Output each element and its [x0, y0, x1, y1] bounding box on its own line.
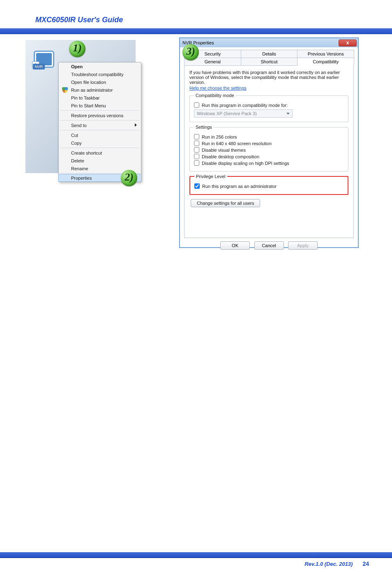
menu-divider	[60, 148, 140, 148]
tab-compatibility[interactable]: Compatibility	[297, 58, 354, 66]
footer-revision: Rev.1.0 (Dec. 2013)	[304, 561, 353, 567]
menu-pin-to-taskbar[interactable]: Pin to Taskbar	[59, 94, 141, 102]
menu-send-to-label: Send to	[71, 123, 87, 128]
setting-640x480[interactable]: Run in 640 x 480 screen resolution	[194, 141, 344, 146]
shield-icon	[62, 87, 68, 93]
compat-mode-combo[interactable]: Windows XP (Service Pack 3)	[194, 109, 293, 118]
settings-legend: Settings	[194, 125, 214, 130]
cancel-button[interactable]: Cancel	[254, 241, 284, 250]
setting-disable-desktop-composition[interactable]: Disable desktop composition	[194, 154, 344, 159]
setting-disable-desktop-composition-checkbox[interactable]	[194, 154, 199, 159]
setting-640x480-checkbox[interactable]	[194, 141, 199, 146]
menu-cut[interactable]: Cut	[59, 131, 141, 139]
dialog-body: Security Details Previous Versions Gener…	[180, 47, 358, 247]
setting-disable-themes[interactable]: Disable visual themes	[194, 147, 344, 153]
compat-mode-checkbox-label: Run this program in compatibility mode f…	[202, 103, 288, 108]
setting-disable-dpi-scaling[interactable]: Disable display scaling on high DPI sett…	[194, 160, 344, 166]
callout-1: 1	[69, 41, 85, 57]
compatibility-mode-group: Compatibility mode Run this program in c…	[189, 93, 348, 122]
callout-3: 3	[182, 44, 199, 60]
setting-disable-dpi-scaling-label: Disable display scaling on high DPI sett…	[202, 161, 289, 166]
help-me-choose-link[interactable]: Help me choose the settings	[189, 86, 348, 90]
footer-page-number: 24	[362, 560, 369, 567]
menu-divider	[60, 110, 140, 111]
privilege-level-group: Privilege Level Run this program as an a…	[189, 174, 348, 195]
apply-button[interactable]: Apply	[288, 241, 318, 250]
ok-button[interactable]: OK	[220, 241, 250, 250]
menu-troubleshoot-compatibility[interactable]: Troubleshoot compatibility	[59, 70, 141, 78]
compat-mode-checkbox-row[interactable]: Run this program in compatibility mode f…	[194, 102, 344, 108]
settings-group: Settings Run in 256 colors Run in 640 x …	[189, 125, 348, 171]
run-as-admin-checkbox[interactable]	[194, 183, 200, 189]
menu-pin-to-start-menu[interactable]: Pin to Start Menu	[59, 102, 141, 109]
run-as-admin-label: Run this program as an administrator	[202, 184, 277, 189]
compatibility-mode-legend: Compatibility mode	[194, 93, 236, 98]
context-menu: Open Troubleshoot compatibility Open fil…	[58, 62, 141, 182]
menu-copy[interactable]: Copy	[59, 139, 141, 147]
menu-run-as-administrator-label: Run as administrator	[71, 88, 113, 93]
chevron-down-icon	[286, 113, 290, 115]
setting-disable-dpi-scaling-checkbox[interactable]	[194, 160, 199, 166]
footer-separator-bar	[0, 552, 392, 558]
page-title: MXC6050IR User's Guide	[0, 0, 392, 27]
nvr-shortcut-icon[interactable]	[33, 50, 55, 75]
menu-send-to[interactable]: Send to	[59, 121, 141, 129]
menu-divider	[60, 130, 140, 130]
dialog-titlebar[interactable]: NVR Properties x	[180, 38, 358, 47]
menu-delete[interactable]: Delete	[59, 157, 141, 164]
menu-run-as-administrator[interactable]: Run as administrator	[59, 86, 141, 94]
setting-256-colors[interactable]: Run in 256 colors	[194, 134, 344, 139]
nvr-shortcut-label: NVR	[33, 64, 45, 69]
setting-disable-desktop-composition-label: Disable desktop composition	[202, 154, 259, 159]
tab-details[interactable]: Details	[241, 50, 298, 58]
figure-context-menu: NVR Open Troubleshoot compatibility Open…	[25, 40, 136, 173]
setting-256-colors-label: Run in 256 colors	[202, 134, 237, 139]
menu-open-file-location[interactable]: Open file location	[59, 78, 141, 86]
compat-mode-combo-value: Windows XP (Service Pack 3)	[197, 111, 257, 116]
menu-create-shortcut[interactable]: Create shortcut	[59, 149, 141, 157]
menu-restore-previous-versions[interactable]: Restore previous versions	[59, 111, 141, 119]
submenu-arrow-icon	[135, 123, 137, 127]
page-footer: Rev.1.0 (Dec. 2013) 24	[0, 552, 392, 572]
compatibility-pane: If you have problems with this program a…	[184, 65, 354, 238]
change-settings-all-users-button[interactable]: Change settings for all users	[191, 199, 260, 207]
menu-open[interactable]: Open	[59, 63, 141, 70]
compat-mode-checkbox[interactable]	[194, 102, 199, 108]
setting-256-colors-checkbox[interactable]	[194, 134, 199, 139]
tab-previous-versions[interactable]: Previous Versions	[297, 50, 354, 58]
page-content: 1 2 3 NVR Open Troubleshoot compatibilit…	[0, 34, 392, 528]
setting-disable-themes-checkbox[interactable]	[194, 147, 199, 153]
close-button[interactable]: x	[339, 39, 357, 46]
dialog-tabs: Security Details Previous Versions Gener…	[184, 50, 354, 65]
privilege-level-legend: Privilege Level	[194, 174, 227, 179]
setting-disable-themes-label: Disable visual themes	[202, 148, 246, 153]
tab-shortcut[interactable]: Shortcut	[241, 58, 298, 66]
run-as-admin-checkbox-row[interactable]: Run this program as an administrator	[194, 183, 344, 189]
figure-properties-dialog: NVR Properties x Security Details Previo…	[179, 37, 359, 248]
header-separator-bar	[0, 28, 392, 34]
compatibility-intro-text: If you have problems with this program a…	[189, 70, 348, 85]
menu-divider	[60, 120, 140, 120]
setting-640x480-label: Run in 640 x 480 screen resolution	[202, 141, 272, 146]
callout-2: 2	[121, 170, 137, 186]
dialog-button-row: OK Cancel Apply	[184, 241, 354, 250]
